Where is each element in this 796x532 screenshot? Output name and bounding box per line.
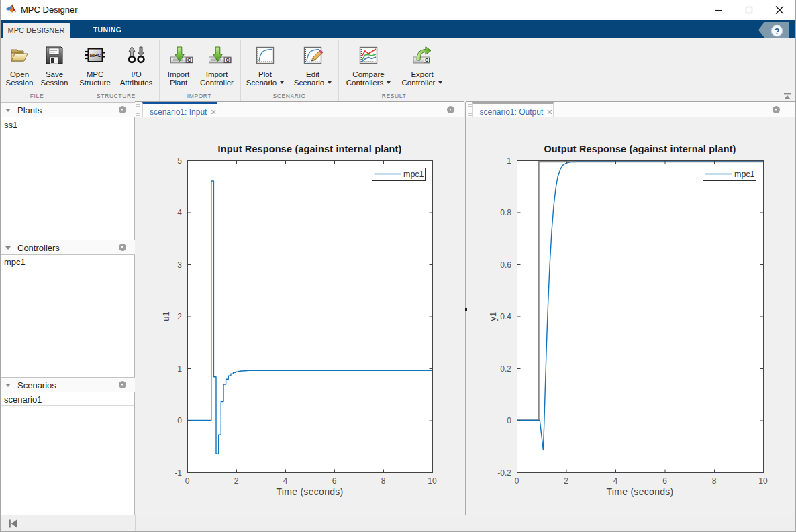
svg-text:mpc1: mpc1 bbox=[403, 170, 424, 179]
svg-text:0: 0 bbox=[185, 476, 190, 486]
svg-text:Output Response (against inter: Output Response (against internal plant) bbox=[544, 144, 736, 154]
svg-text:C: C bbox=[425, 58, 428, 62]
svg-text:4: 4 bbox=[177, 208, 182, 217]
svg-text:4: 4 bbox=[613, 476, 618, 486]
svg-text:2: 2 bbox=[177, 312, 182, 321]
svg-text:2: 2 bbox=[564, 476, 568, 486]
svg-text:6: 6 bbox=[332, 476, 337, 486]
svg-text:8: 8 bbox=[381, 476, 386, 486]
svg-text:y1: y1 bbox=[488, 312, 498, 321]
svg-text:0.4: 0.4 bbox=[500, 312, 511, 321]
svg-text:0: 0 bbox=[515, 476, 519, 486]
svg-text:0.8: 0.8 bbox=[500, 208, 511, 217]
svg-text:Time (seconds): Time (seconds) bbox=[276, 486, 343, 497]
svg-text:0.6: 0.6 bbox=[500, 260, 511, 270]
svg-text:3: 3 bbox=[177, 260, 182, 270]
svg-text:Input Response (against intern: Input Response (against internal plant) bbox=[217, 144, 401, 154]
svg-text:10: 10 bbox=[758, 476, 768, 486]
svg-text:4: 4 bbox=[283, 476, 288, 486]
svg-text:2: 2 bbox=[234, 476, 239, 486]
svg-text:MPC: MPC bbox=[89, 52, 101, 58]
svg-text:G: G bbox=[187, 57, 191, 63]
svg-text:Time (seconds): Time (seconds) bbox=[606, 486, 673, 497]
svg-text:5: 5 bbox=[177, 156, 182, 166]
svg-text:mpc1: mpc1 bbox=[734, 170, 755, 179]
svg-text:8: 8 bbox=[712, 476, 717, 486]
svg-text:-1: -1 bbox=[175, 468, 182, 478]
svg-text:C: C bbox=[226, 57, 230, 63]
svg-text:0: 0 bbox=[177, 416, 182, 425]
svg-text:0.2: 0.2 bbox=[500, 364, 511, 374]
svg-text:6: 6 bbox=[662, 476, 667, 486]
svg-text:1: 1 bbox=[507, 156, 511, 166]
svg-text:?: ? bbox=[775, 27, 780, 36]
svg-text:-0.2: -0.2 bbox=[497, 468, 511, 478]
svg-text:10: 10 bbox=[428, 476, 437, 486]
svg-text:0: 0 bbox=[507, 416, 511, 425]
svg-text:1: 1 bbox=[177, 364, 182, 374]
svg-text:u1: u1 bbox=[161, 311, 171, 321]
